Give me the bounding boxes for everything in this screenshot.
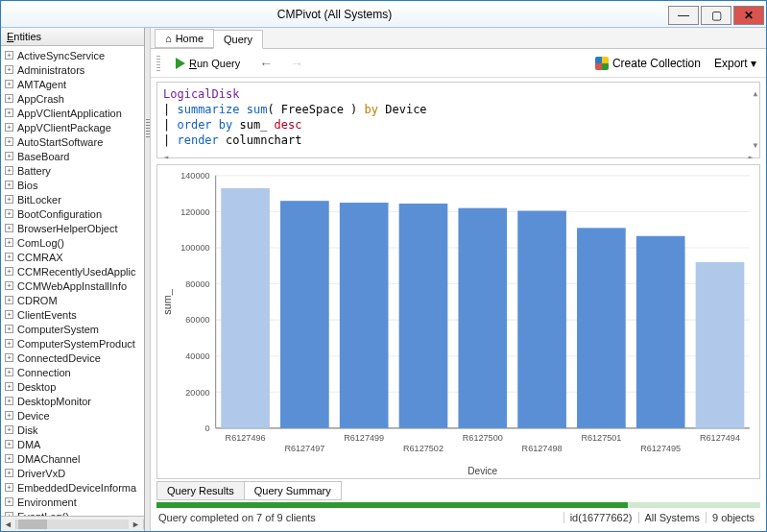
expand-icon[interactable]: + [5,253,13,261]
toolbar: Run Query ← → Create Collection Export ▾ [151,49,766,78]
expand-icon[interactable]: + [5,166,13,175]
expand-icon[interactable]: + [5,281,13,290]
expand-icon[interactable]: + [5,51,13,60]
expand-icon[interactable]: + [5,238,13,247]
expand-icon[interactable]: + [5,368,13,376]
entity-item[interactable]: +Desktop [1,379,144,394]
entity-item[interactable]: +BitLocker [1,192,144,206]
entity-item[interactable]: +CCMRecentlyUsedApplic [1,264,144,278]
entity-item[interactable]: +Connection [1,365,144,379]
nav-forward-button[interactable]: → [286,56,307,71]
entity-item[interactable]: +AppVClientPackage [1,120,144,134]
entity-item[interactable]: +AMTAgent [1,77,144,91]
svg-text:140000: 140000 [180,170,209,181]
run-query-button[interactable]: Run Query [170,56,246,71]
entity-label: Environment [17,496,77,508]
expand-icon[interactable]: + [5,382,13,391]
expand-icon[interactable]: + [5,440,13,448]
svg-text:R6127499: R6127499 [344,432,384,443]
entity-item[interactable]: +DriverVxD [1,466,144,480]
entity-item[interactable]: +Battery [1,163,144,178]
entity-item[interactable]: +ComputerSystemProduct [1,336,144,351]
entity-item[interactable]: +Device [1,408,144,423]
expand-icon[interactable]: + [5,325,13,333]
svg-text:R6127501: R6127501 [581,432,621,443]
entity-item[interactable]: +AppCrash [1,91,144,106]
close-button[interactable]: ✕ [733,6,764,25]
entity-label: Bios [17,180,37,191]
entity-item[interactable]: +CCMWebAppInstallInfo [1,278,144,293]
minimize-button[interactable]: — [668,6,699,25]
entity-item[interactable]: +Administrators [1,62,144,77]
scroll-track[interactable] [16,520,129,529]
splitter[interactable] [145,28,151,531]
expand-icon[interactable]: + [5,397,13,405]
entity-item[interactable]: +BootConfiguration [1,206,144,221]
expand-icon[interactable]: + [5,483,13,492]
entity-item[interactable]: +EventLog() [1,509,144,516]
query-hscroll[interactable]: ◄► [161,150,755,157]
svg-text:0: 0 [205,423,210,433]
create-collection-button[interactable]: Create Collection [595,57,701,70]
entity-item[interactable]: +Environment [1,495,144,509]
scroll-left-icon[interactable]: ◄ [1,520,16,529]
expand-icon[interactable]: + [5,497,13,506]
entities-hscroll[interactable]: ◄ ► [1,516,144,531]
entity-item[interactable]: +Disk [1,423,144,437]
entity-label: CCMRAX [17,252,63,263]
expand-icon[interactable]: + [5,469,13,477]
expand-icon[interactable]: + [5,123,13,132]
entities-list[interactable]: +ActiveSyncService+Administrators+AMTAge… [1,46,144,516]
query-editor[interactable]: LogicalDisk | summarize sum( FreeSpace )… [156,82,760,158]
entity-item[interactable]: +ActiveSyncService [1,48,144,62]
maximize-button[interactable]: ▢ [701,6,731,25]
entity-item[interactable]: +ComputerSystem [1,322,144,336]
expand-icon[interactable]: + [5,209,13,218]
expand-icon[interactable]: + [5,411,13,420]
expand-icon[interactable]: + [5,339,13,348]
expand-icon[interactable]: + [5,152,13,160]
entity-item[interactable]: +BaseBoard [1,149,144,163]
expand-icon[interactable]: + [5,454,13,463]
entity-item[interactable]: +AppVClientApplication [1,106,144,120]
entity-item[interactable]: +DMA [1,437,144,451]
entity-item[interactable]: +ComLog() [1,235,144,250]
expand-icon[interactable]: + [5,65,13,74]
entity-item[interactable]: +Bios [1,178,144,192]
entity-label: ComLog() [17,237,64,249]
expand-icon[interactable]: + [5,137,13,146]
chart-bar [458,208,507,428]
entity-item[interactable]: +BrowserHelperObject [1,221,144,235]
expand-icon[interactable]: + [5,94,13,103]
scroll-thumb[interactable] [18,520,47,529]
expand-icon[interactable]: + [5,425,13,434]
status-scope: All Systems [638,512,706,523]
expand-icon[interactable]: + [5,353,13,362]
entity-item[interactable]: +ConnectedDevice [1,351,144,365]
export-button[interactable]: Export ▾ [710,57,760,70]
entity-item[interactable]: +AutoStartSoftware [1,134,144,149]
expand-icon[interactable]: + [5,310,13,319]
entity-item[interactable]: +CCMRAX [1,250,144,264]
expand-icon[interactable]: + [5,267,13,276]
tab-query-summary[interactable]: Query Summary [244,481,342,500]
tab-query-results[interactable]: Query Results [156,481,245,500]
expand-icon[interactable]: + [5,80,13,88]
entity-item[interactable]: +CDROM [1,293,144,307]
entity-item[interactable]: +ClientEvents [1,307,144,322]
expand-icon[interactable]: + [5,224,13,232]
app-window: CMPivot (All Systems) — ▢ ✕ Entities +Ac… [0,0,767,532]
nav-back-button[interactable]: ← [255,56,276,71]
entity-item[interactable]: +DMAChannel [1,451,144,466]
tab-query[interactable]: Query [213,30,263,49]
expand-icon[interactable]: + [5,195,13,204]
tab-home[interactable]: ⌂ Home [155,29,214,48]
scroll-right-icon[interactable]: ► [129,520,144,529]
entity-item[interactable]: +DesktopMonitor [1,394,144,408]
expand-icon[interactable]: + [5,181,13,189]
expand-icon[interactable]: + [5,109,13,117]
query-vscroll[interactable]: ▲▼ [752,86,759,148]
entity-label: Battery [17,165,51,177]
expand-icon[interactable]: + [5,296,13,304]
entity-item[interactable]: +EmbeddedDeviceInforma [1,480,144,495]
